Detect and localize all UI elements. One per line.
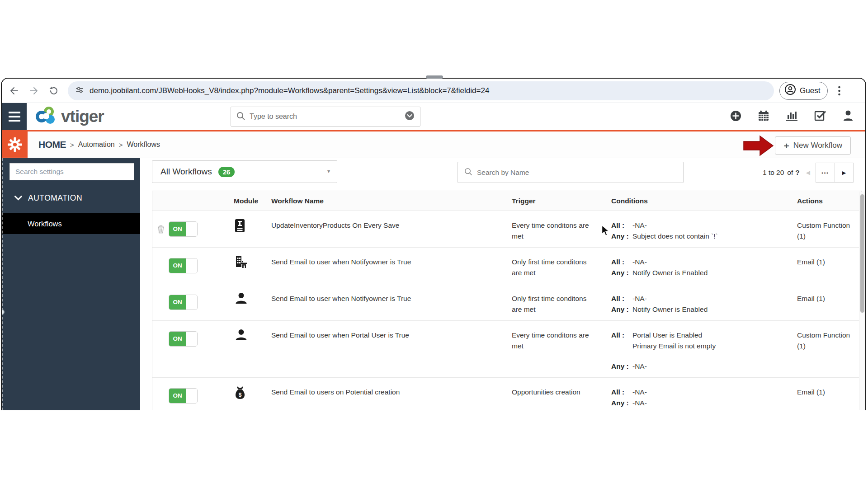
sidebar-collapse-handle[interactable] <box>1 309 5 315</box>
workflow-on-toggle[interactable]: ON <box>169 221 198 237</box>
reload-icon[interactable] <box>46 83 61 99</box>
workflow-conditions: All :-NA-Any :Subject does not contain `… <box>611 211 797 247</box>
conditions-all-label: All : <box>611 257 632 267</box>
scrollbar[interactable] <box>859 192 865 410</box>
pagination-total: ? <box>795 169 799 177</box>
column-trigger: Trigger <box>512 197 611 205</box>
breadcrumb-workflows[interactable]: Workflows <box>127 141 160 149</box>
workflow-name[interactable]: Send Email to user when Notifyowner is T… <box>271 248 512 284</box>
workflow-trigger: Opportunities creation <box>512 378 611 410</box>
search-icon <box>464 168 472 178</box>
moneybag-icon: $ <box>235 394 245 401</box>
back-icon[interactable] <box>6 83 22 99</box>
table-row: ONUpdateInventoryProducts On Every SaveE… <box>152 211 861 248</box>
table-row: ON$Send Email to users on Potential crea… <box>152 378 861 410</box>
sidebar-section-automation[interactable]: AUTOMATION <box>2 193 140 203</box>
hamburger-icon[interactable] <box>2 103 27 130</box>
workflows-main: All Workflows 26 ▾ 1 to 20 of ? ◀ ▪▪▪ ▶ <box>140 158 865 410</box>
workflow-filter-dropdown[interactable]: All Workflows 26 ▾ <box>152 160 337 183</box>
vtiger-logo[interactable]: vtiger <box>34 105 104 128</box>
toggle-knob <box>186 389 197 403</box>
workflow-name[interactable]: Send Email to user when Notifyowner is T… <box>271 284 512 320</box>
table-body: ONUpdateInventoryProducts On Every SaveE… <box>152 211 861 410</box>
pagination-of: of <box>787 169 793 177</box>
dropdown-caret-icon: ▾ <box>327 168 330 174</box>
conditions-all-label: All : <box>611 387 632 398</box>
workflow-actions: Email (1) <box>797 378 861 410</box>
address-bar[interactable]: demo.joobilant.com/JBWebHooks_V8/index.p… <box>68 81 774 100</box>
gear-icon[interactable] <box>2 131 28 158</box>
breadcrumb-automation[interactable]: Automation <box>78 141 115 149</box>
guest-profile-button[interactable]: Guest <box>779 82 828 100</box>
url-text[interactable]: demo.joobilant.com/JBWebHooks_V8/index.p… <box>90 86 489 95</box>
chevron-down-icon <box>14 193 22 203</box>
new-workflow-button[interactable]: + New Workflow <box>775 136 851 155</box>
toggle-state-label: ON <box>169 222 186 236</box>
calendar-icon[interactable] <box>758 110 769 123</box>
workflow-on-toggle[interactable]: ON <box>169 331 198 347</box>
kebab-menu-icon[interactable] <box>834 86 844 96</box>
column-workflow-name: Workflow Name <box>271 197 512 205</box>
invoice-icon <box>235 226 245 234</box>
organization-icon <box>235 263 248 270</box>
table-header: Module Workflow Name Trigger Conditions … <box>152 191 861 211</box>
cloud-logo-icon <box>34 105 59 128</box>
workflow-on-toggle[interactable]: ON <box>169 258 198 273</box>
search-by-name-input[interactable] <box>477 169 677 177</box>
new-workflow-label: New Workflow <box>793 141 842 150</box>
pagination: 1 to 20 of ? ◀ ▪▪▪ ▶ <box>763 162 854 183</box>
workflow-count-badge: 26 <box>218 167 235 177</box>
global-search-input[interactable] <box>250 113 400 121</box>
toggle-knob <box>186 258 197 273</box>
conditions-any-label: Any : <box>611 398 632 408</box>
workflow-trigger: Only first time conditons are met <box>512 284 611 320</box>
conditions-all-label: All : <box>611 293 632 304</box>
sidebar-item-workflows[interactable]: Workflows <box>2 213 140 234</box>
global-search[interactable] <box>231 107 420 127</box>
conditions-any-label: Any : <box>611 361 632 372</box>
search-by-name[interactable] <box>458 162 684 183</box>
workflows-table: Module Workflow Name Trigger Conditions … <box>152 191 862 410</box>
workflow-name[interactable]: Send Email to user when Portal User is T… <box>271 321 512 377</box>
tune-icon[interactable] <box>75 85 84 96</box>
workflow-trigger: Only first time conditons are met <box>512 248 611 284</box>
settings-search-input[interactable] <box>9 163 134 180</box>
pagination-range: 1 to 20 <box>763 169 784 177</box>
breadcrumb-separator: > <box>119 141 123 149</box>
conditions-all-label: All : <box>611 220 632 231</box>
logo-text: vtiger <box>61 107 104 126</box>
search-icon <box>236 112 245 122</box>
tasks-icon[interactable] <box>814 110 826 123</box>
workflow-on-toggle[interactable]: ON <box>169 388 198 404</box>
workflow-conditions: All :Portal User is EnabledPrimary Email… <box>611 321 797 377</box>
next-page-icon[interactable]: ▶ <box>835 163 853 182</box>
workflow-actions: Custom Function (1) <box>797 321 861 377</box>
toggle-state-label: ON <box>169 295 186 310</box>
sidebar-section-label: AUTOMATION <box>28 193 82 203</box>
toggle-state-label: ON <box>169 258 186 273</box>
chart-icon[interactable] <box>786 110 798 123</box>
breadcrumb: HOME > Automation > Workflows <box>38 139 160 150</box>
forward-icon[interactable] <box>26 83 42 99</box>
trash-icon[interactable] <box>157 225 165 237</box>
contact-icon <box>235 299 248 306</box>
user-circle-icon <box>784 84 796 98</box>
prev-page-icon[interactable]: ◀ <box>806 169 810 176</box>
workflow-actions: Custom Function (1) <box>797 211 861 247</box>
browser-window: demo.joobilant.com/JBWebHooks_V8/index.p… <box>1 78 866 410</box>
workflow-conditions: All :-NA-Any :Notify Owner is Enabled <box>611 248 797 284</box>
table-row: ONSend Email to user when Notifyowner is… <box>152 248 861 284</box>
workflow-conditions: All :-NA-Any :-NA- <box>611 378 797 410</box>
contact-icon <box>235 335 248 343</box>
scrollbar-thumb[interactable] <box>860 194 864 313</box>
chevron-circle-icon[interactable] <box>405 111 415 122</box>
breadcrumb-home[interactable]: HOME <box>38 139 66 150</box>
user-icon[interactable] <box>843 110 854 123</box>
workflow-name[interactable]: UpdateInventoryProducts On Every Save <box>271 211 512 247</box>
workflow-name[interactable]: Send Email to users on Potential creatio… <box>271 378 512 410</box>
more-pages-button[interactable]: ▪▪▪ <box>816 163 835 182</box>
toggle-state-label: ON <box>169 332 186 346</box>
workflow-on-toggle[interactable]: ON <box>169 295 198 310</box>
conditions-any-label: Any : <box>611 231 632 242</box>
plus-circle-icon[interactable] <box>730 110 741 123</box>
